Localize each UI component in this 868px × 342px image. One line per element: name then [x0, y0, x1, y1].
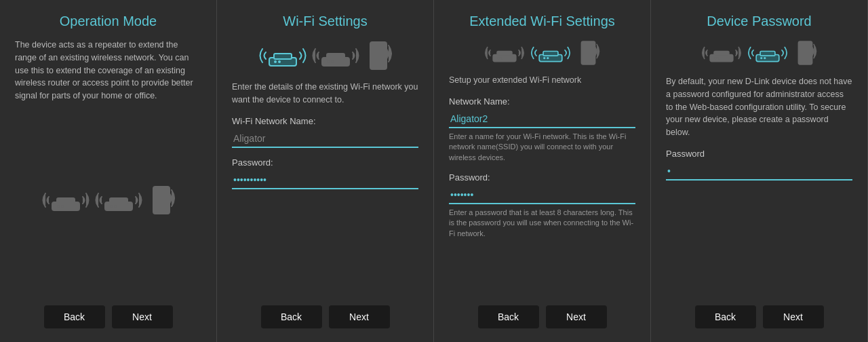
extended-wifi-icons	[449, 39, 635, 67]
svg-point-17	[331, 60, 334, 63]
wifi-settings-next-button[interactable]: Next	[329, 305, 390, 328]
wifi-phone-icon	[365, 39, 392, 73]
wifi-router-active-icon	[259, 39, 307, 73]
svg-point-6	[110, 205, 113, 208]
svg-point-12	[274, 60, 277, 63]
wifi-router-inactive-icon	[312, 39, 359, 73]
wifi-password-label: Password:	[232, 157, 418, 168]
ext-router-active-icon	[530, 39, 571, 67]
ext-network-name-label: Network Name:	[449, 96, 635, 107]
wifi-settings-desc: Enter the details of the existing Wi-Fi …	[232, 81, 418, 107]
device-password-buttons: Back Next	[666, 299, 852, 328]
svg-rect-21	[497, 51, 512, 56]
wifi-network-name-input[interactable]	[232, 130, 418, 148]
ext-phone-icon	[576, 39, 600, 67]
ext-password-hint: Enter a password that is at least 8 char…	[449, 208, 635, 239]
operation-mode-buttons: Back Next	[15, 299, 201, 328]
svg-point-16	[327, 60, 330, 63]
router-signal-left-icon	[42, 183, 90, 217]
ext-router-left-icon	[484, 39, 525, 67]
device-password-title: Device Password	[666, 14, 852, 29]
wifi-settings-buttons: Back Next	[232, 299, 418, 328]
dp-router-left-icon	[701, 39, 742, 67]
extended-wifi-next-button[interactable]: Next	[546, 305, 607, 328]
svg-rect-11	[274, 54, 292, 59]
svg-point-22	[497, 57, 499, 59]
ext-network-name-input[interactable]	[449, 111, 635, 128]
operation-mode-icons	[15, 112, 201, 289]
svg-point-37	[764, 57, 766, 59]
dp-phone-icon	[793, 39, 817, 67]
ext-password-group: Password: Enter a password that is at le…	[449, 172, 635, 239]
wifi-settings-back-button[interactable]: Back	[261, 305, 322, 328]
phone-icon	[148, 183, 175, 217]
svg-point-33	[717, 57, 719, 59]
svg-point-3	[61, 205, 64, 208]
ext-password-label: Password:	[449, 172, 635, 183]
ext-network-name-group: Network Name: Enter a name for your Wi-F…	[449, 96, 635, 163]
wifi-password-input[interactable]	[232, 172, 418, 189]
extended-wifi-back-button[interactable]: Back	[478, 305, 539, 328]
svg-point-2	[57, 205, 60, 208]
extended-wifi-title: Extended Wi-Fi Settings	[449, 14, 635, 29]
svg-rect-1	[57, 198, 75, 204]
device-password-icons	[666, 39, 852, 67]
svg-rect-31	[714, 51, 729, 56]
extended-wifi-buttons: Back Next	[449, 299, 635, 328]
operation-mode-panel: Operation Mode The device acts as a repe…	[0, 0, 217, 342]
ext-network-name-hint: Enter a name for your Wi-Fi network. Thi…	[449, 132, 635, 163]
device-password-panel: Device Password	[651, 0, 868, 342]
svg-point-26	[543, 57, 545, 59]
dp-router-active-icon	[747, 39, 788, 67]
svg-point-13	[278, 60, 281, 63]
svg-rect-25	[543, 51, 558, 56]
ext-password-input[interactable]	[449, 187, 635, 204]
svg-rect-38	[798, 41, 812, 64]
svg-point-23	[500, 57, 502, 59]
wifi-settings-panel: Wi-Fi Settings	[217, 0, 434, 342]
svg-point-36	[760, 57, 762, 59]
operation-mode-back-button[interactable]: Back	[44, 305, 105, 328]
wifi-settings-icons	[232, 39, 418, 73]
svg-rect-15	[327, 54, 344, 59]
dp-password-label: Password	[666, 149, 852, 159]
wifi-settings-title: Wi-Fi Settings	[232, 14, 418, 29]
svg-rect-8	[153, 187, 170, 214]
device-password-next-button[interactable]: Next	[763, 305, 824, 328]
wifi-password-group: Password:	[232, 157, 418, 189]
extended-wifi-intro: Setup your extended Wi-Fi network	[449, 74, 635, 87]
dp-password-input[interactable]	[666, 163, 852, 180]
svg-rect-5	[110, 198, 127, 204]
svg-point-32	[714, 57, 716, 59]
wifi-network-name-label: Wi-Fi Network Name:	[232, 116, 418, 126]
dp-password-group: Password	[666, 149, 852, 180]
wifi-network-name-group: Wi-Fi Network Name:	[232, 116, 418, 148]
extended-wifi-panel: Extended Wi-Fi Settings	[434, 0, 651, 342]
svg-rect-35	[760, 51, 775, 56]
operation-mode-next-button[interactable]: Next	[112, 305, 173, 328]
operation-mode-title: Operation Mode	[15, 14, 201, 29]
svg-point-27	[547, 57, 549, 59]
svg-point-7	[114, 205, 117, 208]
svg-rect-18	[370, 42, 387, 69]
device-password-back-button[interactable]: Back	[695, 305, 756, 328]
operation-mode-desc: The device acts as a repeater to extend …	[15, 39, 201, 102]
svg-rect-28	[581, 41, 595, 64]
router-center-icon	[95, 183, 142, 217]
device-password-desc: By default, your new D-Link device does …	[666, 75, 852, 139]
